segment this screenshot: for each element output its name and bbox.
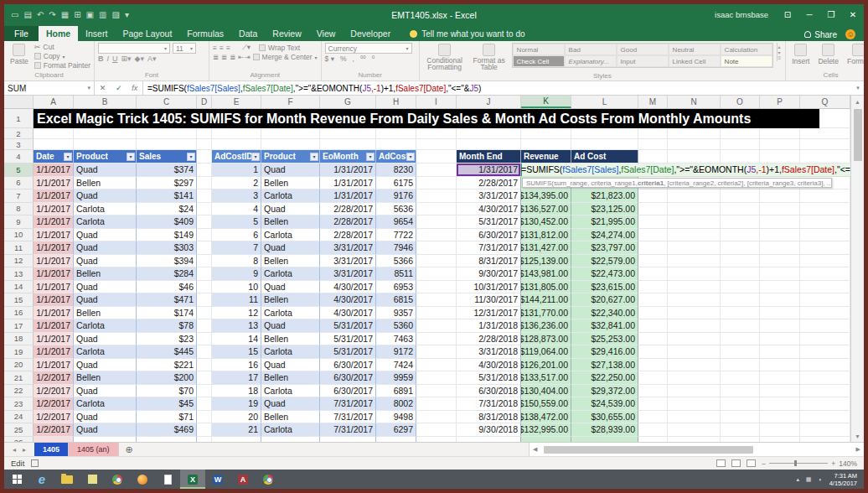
empty-cell[interactable] (760, 229, 800, 242)
empty-cell[interactable] (760, 307, 800, 320)
align-right-icon[interactable]: ≣ (230, 53, 235, 61)
adcost-id-cell[interactable]: 19 (212, 397, 261, 411)
adcost-eomonth-cell[interactable]: 5/31/2017 (320, 333, 376, 346)
adcost-id-cell[interactable]: 16 (212, 359, 261, 372)
sales-amount-cell[interactable]: $46 (137, 281, 197, 294)
empty-cell-N3[interactable] (668, 139, 721, 150)
empty-cell[interactable] (197, 215, 212, 229)
empty-cell-B3[interactable] (74, 139, 137, 150)
summary-revenue-cell[interactable]: $134,395.00 (521, 189, 571, 203)
row-header-23[interactable]: 23 (4, 397, 34, 411)
select-all-corner[interactable] (4, 96, 34, 108)
summary-adcost-cell[interactable]: $22,579.00 (571, 255, 638, 268)
cell-style-good[interactable]: Good (617, 44, 669, 55)
save-icon[interactable]: ▤ (23, 10, 31, 19)
sales-product-cell[interactable]: Quad (74, 255, 137, 268)
empty-cell[interactable] (800, 255, 850, 268)
tell-me-box[interactable]: Tell me what you want to do (410, 29, 524, 41)
summary-monthend-cell[interactable]: 5/31/2017 (457, 215, 521, 229)
qat-dropdown-icon[interactable]: ▾ (125, 10, 129, 19)
empty-cell[interactable] (416, 281, 457, 294)
sales-date-cell[interactable]: 1/1/2017 (34, 281, 74, 294)
empty-cell[interactable] (800, 359, 850, 372)
filter-dropdown-icon[interactable]: ▾ (310, 153, 318, 161)
empty-cell[interactable] (416, 163, 457, 177)
scroll-right-icon[interactable]: ▶ (853, 446, 864, 453)
format-as-table-button[interactable]: Format as Table (470, 43, 509, 71)
column-header-H[interactable]: H (376, 96, 416, 108)
empty-cell[interactable] (721, 397, 760, 411)
empty-cell[interactable] (800, 411, 850, 424)
summary-table-header-revenue[interactable]: Revenue (521, 150, 571, 163)
adcost-id-cell[interactable]: 8 (212, 255, 261, 268)
empty-cell[interactable] (721, 423, 760, 437)
cut-button[interactable]: ✂Cut (34, 43, 90, 51)
empty-cell-J2[interactable] (457, 128, 521, 139)
empty-cell[interactable] (638, 281, 668, 294)
empty-cell[interactable] (197, 241, 212, 255)
table-icon[interactable]: ⊞ (74, 10, 80, 19)
indent-icons[interactable]: ⇤⇥ (238, 53, 250, 61)
ribbon-tab-review[interactable]: Review (265, 26, 308, 41)
adcost-id-cell[interactable]: 14 (212, 333, 261, 346)
empty-cell[interactable] (800, 267, 850, 281)
empty-cell[interactable] (721, 359, 760, 372)
row-header-14[interactable]: 14 (4, 281, 34, 294)
empty-cell[interactable] (638, 215, 668, 229)
adcost-amount-cell[interactable]: 5360 (376, 319, 416, 333)
sales-product-cell[interactable]: Quad (74, 359, 137, 372)
summary-monthend-cell[interactable]: 2/28/2018 (457, 333, 521, 346)
empty-cell[interactable] (416, 359, 457, 372)
summary-adcost-cell[interactable]: $29,372.00 (571, 385, 638, 398)
empty-cell[interactable] (416, 423, 457, 437)
empty-cell[interactable] (638, 345, 668, 359)
adcost-product-cell[interactable]: Quad (261, 359, 320, 372)
summary-revenue-cell[interactable]: $143,981.00 (521, 267, 571, 281)
adcost-product-cell[interactable]: Bellen (261, 215, 320, 229)
column-header-P[interactable]: P (760, 96, 800, 108)
empty-cell[interactable] (800, 293, 850, 307)
summary-adcost-cell[interactable]: $23,125.00 (571, 203, 638, 216)
summary-adcost-cell[interactable]: $30,655.00 (571, 411, 638, 424)
sales-product-cell[interactable]: Quad (74, 293, 137, 307)
empty-cell-O4[interactable] (721, 150, 760, 163)
empty-cell[interactable] (668, 371, 721, 385)
zoom-out-icon[interactable]: − (762, 459, 766, 468)
sales-date-cell[interactable]: 1/1/2017 (34, 255, 74, 268)
empty-cell-F2[interactable] (261, 128, 320, 139)
feedback-smiley-icon[interactable]: ☺ (845, 29, 855, 39)
empty-cell[interactable] (638, 333, 668, 346)
empty-cell[interactable] (668, 203, 721, 216)
summary-monthend-cell[interactable]: 6/30/2017 (457, 229, 521, 242)
taskbar-icon-firefox[interactable] (130, 470, 155, 489)
adcost-id-cell[interactable]: 21 (212, 423, 261, 437)
sales-product-cell[interactable]: Bellen (74, 307, 137, 320)
adcost-amount-cell[interactable]: 6891 (376, 385, 416, 398)
column-header-K[interactable]: K (521, 96, 571, 108)
cancel-formula-button[interactable]: ✕ (100, 84, 106, 92)
row-header-9[interactable]: 9 (4, 215, 34, 229)
minimize-button[interactable]: ─ (798, 4, 820, 25)
empty-cell[interactable] (638, 293, 668, 307)
summary-monthend-cell[interactable]: 7/31/2018 (457, 397, 521, 411)
percent-style-button[interactable]: % (340, 54, 347, 63)
empty-cell-E3[interactable] (212, 139, 261, 150)
insert-button[interactable]: Insert (789, 43, 812, 66)
sales-date-cell[interactable]: 1/2/2017 (34, 385, 74, 398)
empty-cell[interactable] (638, 267, 668, 281)
print-icon[interactable]: ▥ (99, 10, 106, 19)
borders-button[interactable]: ⊞▾ (121, 54, 131, 63)
adcost-amount-cell[interactable]: 5636 (376, 203, 416, 216)
sales-date-cell[interactable]: 1/1/2017 (34, 267, 74, 281)
empty-cell[interactable] (721, 319, 760, 333)
empty-cell[interactable] (416, 215, 457, 229)
summary-revenue-cell[interactable]: $136,527.00 (521, 203, 571, 216)
adcost-amount-cell[interactable]: 9654 (376, 215, 416, 229)
adcost-eomonth-cell[interactable]: 4/30/2017 (320, 293, 376, 307)
adcost-product-cell[interactable]: Carlota (261, 423, 320, 437)
insert-function-button[interactable]: fx (132, 84, 137, 92)
ribbon-tab-data[interactable]: Data (231, 26, 265, 41)
summary-adcost-cell[interactable]: $24,539.00 (571, 397, 638, 411)
adcost-amount-cell[interactable]: 9498 (376, 411, 416, 424)
sales-date-cell[interactable]: 1/2/2017 (34, 371, 74, 385)
